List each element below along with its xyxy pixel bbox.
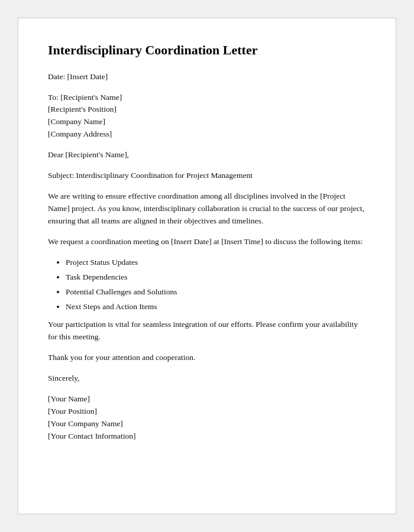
body-paragraph-3: Your participation is vital for seamless…	[48, 319, 366, 343]
body-paragraph-4: Thank you for your attention and coopera…	[48, 352, 366, 364]
agenda-list: Project Status Updates Task Dependencies…	[66, 257, 366, 313]
list-item: Potential Challenges and Solutions	[66, 286, 366, 299]
subject-line: Subject: Interdisciplinary Coordination …	[48, 170, 366, 182]
closing: Sincerely,	[48, 372, 366, 385]
body-paragraph-1: We are writing to ensure effective coord…	[48, 190, 366, 228]
list-item: Next Steps and Action Items	[66, 301, 366, 313]
list-item: Project Status Updates	[66, 257, 366, 269]
body-paragraph-2: We request a coordination meeting on [In…	[48, 236, 366, 248]
recipient-block: To: [Recipient's Name] [Recipient's Posi…	[48, 92, 366, 141]
letter-title: Interdisciplinary Coordination Letter	[48, 42, 366, 59]
letter-document: Interdisciplinary Coordination Letter Da…	[18, 18, 396, 514]
salutation: Dear [Recipient's Name],	[48, 149, 366, 161]
date-line: Date: [Insert Date]	[48, 71, 366, 83]
signature-block: [Your Name] [Your Position] [Your Compan…	[48, 393, 366, 443]
list-item: Task Dependencies	[66, 271, 366, 284]
